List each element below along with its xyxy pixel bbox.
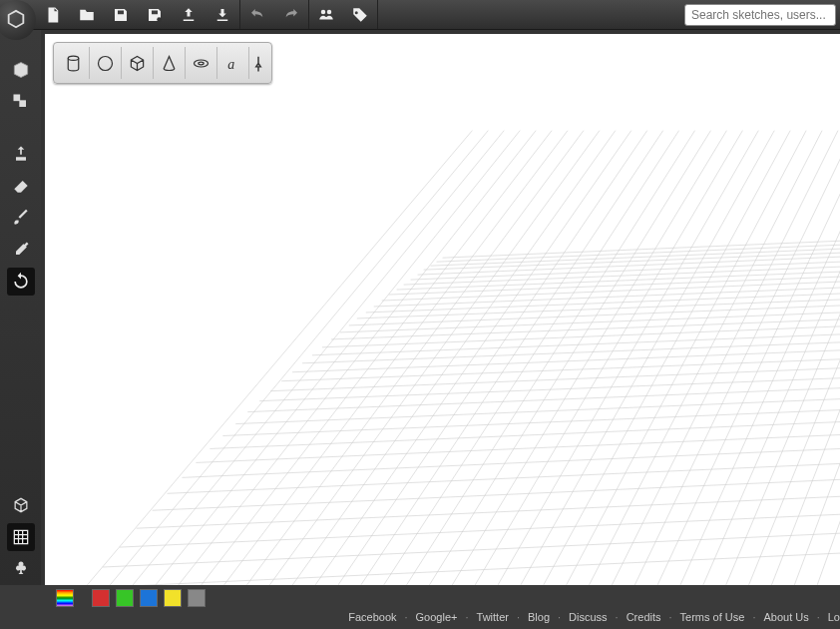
shape-flyout-toolbar: a xyxy=(53,42,272,84)
pin-icon xyxy=(249,53,267,74)
grid-toggle-button[interactable] xyxy=(7,523,35,551)
footer-discuss-link[interactable]: Discuss xyxy=(569,611,608,623)
pin-toolbar-button[interactable] xyxy=(249,47,267,79)
folder-icon xyxy=(78,6,96,24)
sphere-shape-button[interactable] xyxy=(90,47,122,79)
brush-tool-button[interactable] xyxy=(7,204,35,232)
torus-shape-button[interactable] xyxy=(186,47,217,79)
svg-point-2 xyxy=(327,9,332,14)
cube-icon xyxy=(5,8,27,30)
cube-outline-icon xyxy=(11,495,31,515)
eraser-tool-button[interactable] xyxy=(7,172,35,200)
sphere-icon xyxy=(95,53,116,74)
cylinder-shape-button[interactable] xyxy=(58,47,90,79)
color-swatches xyxy=(0,585,840,607)
file-icon xyxy=(44,6,62,24)
cone-shape-button[interactable] xyxy=(154,47,186,79)
footer-credits-link[interactable]: Credits xyxy=(627,611,661,623)
open-file-button[interactable] xyxy=(70,0,104,30)
save-icon xyxy=(112,6,130,24)
footer-facebook-link[interactable]: Facebook xyxy=(348,611,396,623)
footer-twitter-link[interactable]: Twitter xyxy=(477,611,509,623)
svg-point-7 xyxy=(195,60,209,67)
yellow-swatch[interactable] xyxy=(164,589,182,607)
bottom-bar: Facebook· Google+· Twitter· Blog· Discus… xyxy=(0,585,840,629)
top-toolbar xyxy=(0,0,840,30)
rainbow-swatch[interactable] xyxy=(56,589,74,607)
svg-point-6 xyxy=(99,56,113,70)
perspective-grid xyxy=(45,34,840,585)
text-icon: a xyxy=(222,53,243,74)
svg-point-1 xyxy=(321,9,326,14)
green-swatch[interactable] xyxy=(116,589,134,607)
redo-button[interactable] xyxy=(274,0,308,30)
footer-googleplus-link[interactable]: Google+ xyxy=(416,611,458,623)
save-as-button[interactable] xyxy=(138,0,172,30)
footer-links: Facebook· Google+· Twitter· Blog· Discus… xyxy=(279,607,840,623)
svg-rect-3 xyxy=(13,95,20,102)
file-group xyxy=(36,0,240,29)
upload-button[interactable] xyxy=(172,0,206,30)
box-icon xyxy=(127,53,148,74)
sync-icon xyxy=(11,272,31,292)
extrude-icon xyxy=(11,144,31,164)
footer-terms-link[interactable]: Terms of Use xyxy=(680,611,745,623)
svg-point-0 xyxy=(157,17,162,22)
new-file-button[interactable] xyxy=(36,0,70,30)
upload-icon xyxy=(180,6,198,24)
search-input[interactable] xyxy=(684,4,836,26)
help-button[interactable] xyxy=(343,0,377,30)
red-swatch[interactable] xyxy=(92,589,110,607)
gray-swatch[interactable] xyxy=(188,589,206,607)
fill-mode-button[interactable] xyxy=(7,491,35,519)
search-container xyxy=(684,4,836,26)
box-shape-button[interactable] xyxy=(122,47,154,79)
cone-icon xyxy=(159,53,180,74)
blue-swatch[interactable] xyxy=(140,589,158,607)
eyedropper-icon xyxy=(11,240,31,260)
grid-icon xyxy=(11,527,31,547)
download-icon xyxy=(213,6,231,24)
pull-tool-button[interactable] xyxy=(7,140,35,168)
3d-shape-icon xyxy=(11,60,31,80)
reset-view-button[interactable] xyxy=(7,268,35,296)
clubs-icon xyxy=(11,559,31,579)
cylinder-icon xyxy=(63,53,84,74)
svg-point-5 xyxy=(68,56,79,60)
people-icon xyxy=(317,6,335,24)
tag-icon xyxy=(351,6,369,24)
redo-icon xyxy=(282,6,300,24)
history-group xyxy=(240,0,309,29)
blocks-icon xyxy=(11,92,31,112)
left-sidebar xyxy=(0,30,41,585)
main-area: a xyxy=(0,30,840,585)
svg-rect-4 xyxy=(19,100,26,107)
community-button[interactable] xyxy=(309,0,343,30)
svg-text:a: a xyxy=(227,56,234,71)
torus-icon xyxy=(191,53,211,74)
footer-blog-link[interactable]: Blog xyxy=(528,611,550,623)
eraser-icon xyxy=(11,176,31,196)
footer-login-link[interactable]: Lo xyxy=(828,611,840,623)
undo-button[interactable] xyxy=(240,0,274,30)
eyedropper-tool-button[interactable] xyxy=(7,236,35,264)
snap-toggle-button[interactable] xyxy=(7,555,35,583)
canvas-viewport[interactable]: a xyxy=(41,30,840,585)
text-shape-button[interactable]: a xyxy=(217,47,249,79)
group-tool-button[interactable] xyxy=(7,88,35,116)
save-button[interactable] xyxy=(104,0,138,30)
shapes-tool-button[interactable] xyxy=(7,56,35,84)
svg-point-8 xyxy=(199,62,204,65)
footer-about-link[interactable]: About Us xyxy=(763,611,808,623)
download-button[interactable] xyxy=(206,0,239,30)
brush-icon xyxy=(11,208,31,228)
save-as-icon xyxy=(146,6,164,24)
undo-icon xyxy=(248,6,266,24)
app-logo[interactable] xyxy=(0,0,36,40)
social-group xyxy=(309,0,378,29)
